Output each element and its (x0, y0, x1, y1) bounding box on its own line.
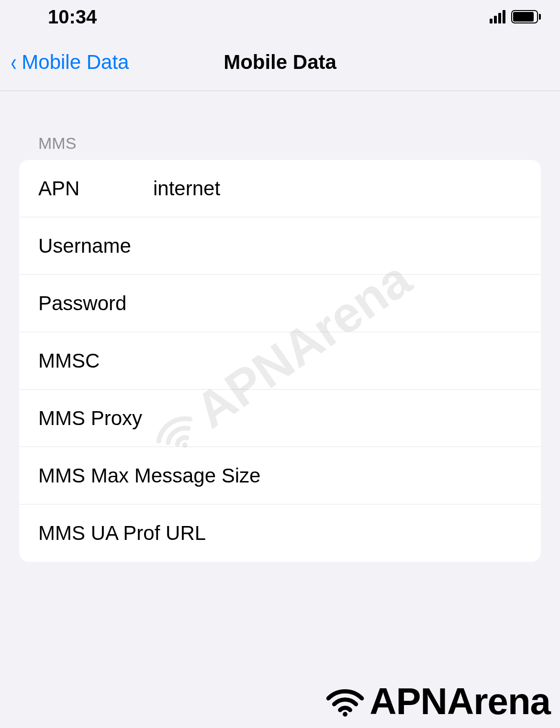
page-title: Mobile Data (224, 51, 336, 74)
row-username[interactable]: Username (19, 217, 541, 275)
status-bar: 10:34 (0, 0, 560, 34)
row-mms-max[interactable]: MMS Max Message Size (19, 447, 541, 504)
navigation-bar: ‹ Mobile Data Mobile Data (0, 34, 560, 91)
input-username[interactable] (153, 235, 541, 258)
row-password[interactable]: Password (19, 275, 541, 332)
brand-logo: APNArena (324, 680, 550, 723)
svg-point-1 (343, 712, 347, 717)
chevron-left-icon: ‹ (11, 48, 17, 77)
input-mms-ua[interactable] (206, 522, 541, 545)
row-mmsc[interactable]: MMSC (19, 332, 541, 390)
label-mms-proxy: MMS Proxy (38, 407, 153, 430)
row-mms-ua[interactable]: MMS UA Prof URL (19, 504, 541, 562)
back-button[interactable]: ‹ Mobile Data (0, 48, 129, 77)
row-apn[interactable]: APN (19, 160, 541, 217)
input-mms-max[interactable] (260, 464, 541, 487)
section-header-mms: MMS (19, 91, 541, 160)
label-password: Password (38, 292, 153, 315)
cellular-signal-icon (490, 10, 505, 23)
brand-text: APNArena (370, 680, 550, 723)
label-mms-ua: MMS UA Prof URL (38, 522, 206, 545)
label-apn: APN (38, 177, 153, 200)
back-label: Mobile Data (22, 51, 129, 74)
wifi-icon (324, 685, 367, 718)
input-mmsc[interactable] (153, 349, 541, 372)
battery-icon (511, 10, 541, 23)
input-password[interactable] (153, 292, 541, 315)
label-username: Username (38, 235, 153, 258)
input-apn[interactable] (153, 177, 541, 200)
status-indicators (490, 10, 541, 23)
input-mms-proxy[interactable] (153, 407, 541, 430)
row-mms-proxy[interactable]: MMS Proxy (19, 390, 541, 447)
content-area: MMS APNArena APN Username Password MMSC (0, 91, 560, 562)
label-mmsc: MMSC (38, 349, 153, 372)
label-mms-max: MMS Max Message Size (38, 464, 260, 487)
mms-settings-group: APNArena APN Username Password MMSC MMS … (19, 160, 541, 562)
status-time: 10:34 (48, 6, 97, 28)
